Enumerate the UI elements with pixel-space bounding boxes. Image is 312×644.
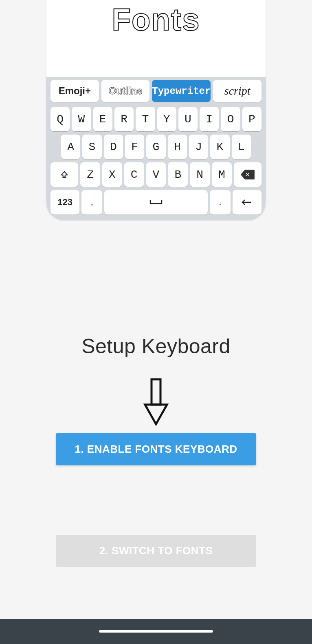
switch-to-fonts-button[interactable]: 2. SWITCH TO FONTS (56, 535, 256, 567)
key-w[interactable]: W (72, 107, 91, 131)
app-title: Fonts (46, 2, 266, 37)
key-n[interactable]: N (190, 162, 210, 187)
down-arrow-icon (143, 378, 169, 427)
key-p[interactable]: P (242, 107, 261, 131)
tab-emoji-plus[interactable]: Emoji+ (51, 80, 99, 102)
key-numbers[interactable]: 123 (51, 190, 79, 215)
tab-script[interactable]: script (213, 80, 261, 102)
keyboard-preview: Fonts Emoji+ Outline Typewriter script Q… (46, 0, 266, 221)
key-z[interactable]: Z (80, 162, 100, 187)
key-comma[interactable]: , (81, 190, 102, 215)
key-f[interactable]: F (125, 135, 144, 159)
key-o[interactable]: O (221, 107, 240, 131)
space-icon (148, 199, 164, 206)
keyboard: Emoji+ Outline Typewriter script Q W E R… (46, 77, 266, 220)
key-v[interactable]: V (146, 162, 166, 187)
shift-icon (60, 170, 69, 179)
key-d[interactable]: D (104, 135, 123, 159)
key-row-1: Q W E R T Y U I O P (49, 105, 263, 133)
tab-outline[interactable]: Outline (101, 80, 150, 102)
key-i[interactable]: I (200, 107, 219, 131)
key-a[interactable]: A (61, 135, 80, 159)
key-y[interactable]: Y (157, 107, 176, 131)
tab-typewriter[interactable]: Typewriter (152, 80, 211, 102)
key-backspace[interactable]: ✕ (234, 162, 261, 187)
setup-section: Setup Keyboard 1. ENABLE FONTS KEYBOARD … (0, 334, 312, 567)
key-l[interactable]: L (232, 135, 251, 159)
key-space[interactable] (104, 190, 208, 215)
key-h[interactable]: H (168, 135, 187, 159)
svg-rect-1 (152, 379, 160, 405)
key-return[interactable] (233, 190, 261, 215)
setup-heading: Setup Keyboard (0, 334, 312, 358)
key-row-4: 123 , . (49, 188, 263, 216)
key-row-3: Z X C V B N M ✕ (49, 161, 263, 188)
key-t[interactable]: T (136, 107, 155, 131)
key-x[interactable]: X (102, 162, 122, 187)
key-shift[interactable] (51, 162, 78, 187)
key-s[interactable]: S (82, 135, 101, 159)
key-r[interactable]: R (114, 107, 134, 131)
backspace-icon: ✕ (241, 170, 255, 179)
key-row-2: A S D F G H J K L (49, 133, 263, 161)
key-b[interactable]: B (168, 162, 188, 187)
key-j[interactable]: J (189, 135, 208, 159)
system-nav-bar (0, 619, 312, 644)
key-c[interactable]: C (124, 162, 144, 187)
key-m[interactable]: M (212, 162, 232, 187)
key-period[interactable]: . (210, 190, 231, 215)
home-indicator[interactable] (99, 630, 213, 633)
enable-keyboard-button[interactable]: 1. ENABLE FONTS KEYBOARD (56, 433, 256, 465)
key-q[interactable]: Q (51, 107, 70, 131)
font-tabs: Emoji+ Outline Typewriter script (49, 80, 263, 105)
key-k[interactable]: K (210, 135, 229, 159)
key-u[interactable]: U (178, 107, 198, 131)
key-e[interactable]: E (93, 107, 112, 131)
return-icon (241, 198, 253, 206)
key-g[interactable]: G (146, 135, 165, 159)
